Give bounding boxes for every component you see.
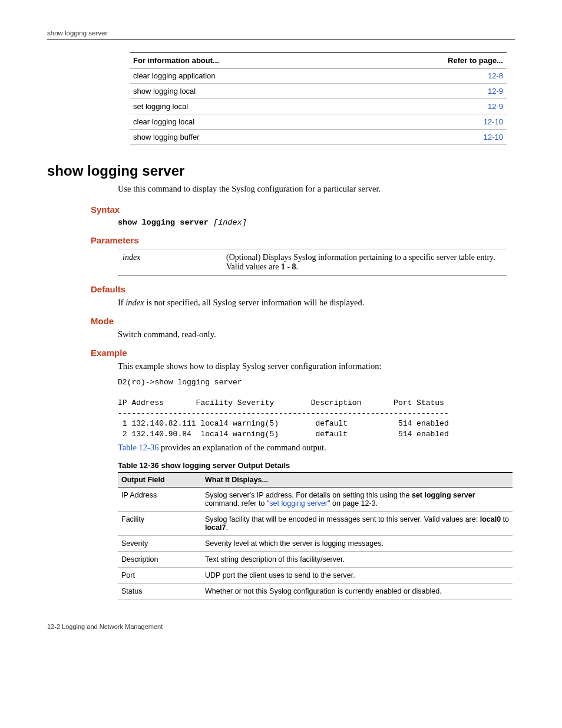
out-bold: local7 xyxy=(205,523,226,532)
out-text: to xyxy=(501,515,509,523)
syntax-block: show logging server [index] xyxy=(118,218,515,227)
output-row: Facility Syslog facility that will be en… xyxy=(118,512,513,536)
info-row: show logging local 12-9 xyxy=(130,84,507,99)
output-field: IP Address xyxy=(118,487,201,512)
page-link[interactable]: 12-9 xyxy=(488,102,503,111)
output-desc: Syslog facility that will be encoded in … xyxy=(201,512,513,536)
page-footer: 12-2 Logging and Network Management xyxy=(47,623,515,630)
output-header-field: Output Field xyxy=(118,473,201,487)
info-table: For information about... Refer to page..… xyxy=(130,52,507,145)
output-desc: Whether or not this Syslog configuration… xyxy=(201,584,513,599)
out-bold: local0 xyxy=(480,515,501,523)
info-row: show logging buffer 12-10 xyxy=(130,130,507,145)
page-link[interactable]: 12-10 xyxy=(484,117,503,126)
table-ref-link[interactable]: Table 12-36 xyxy=(118,443,158,452)
inline-link[interactable]: set logging server xyxy=(269,499,328,508)
param-desc-text: . xyxy=(296,262,299,271)
info-header-about: For information about... xyxy=(130,53,355,68)
out-text: Syslog facility that will be encoded in … xyxy=(205,515,480,523)
output-row: Port UDP port the client uses to send to… xyxy=(118,568,513,584)
section-title: show logging server xyxy=(47,163,515,179)
param-desc-bold: 1 xyxy=(281,262,285,271)
syntax-argument: [index] xyxy=(213,218,247,227)
example-lead: This example shows how to display Syslog… xyxy=(118,361,515,371)
output-field: Status xyxy=(118,584,201,599)
output-header-desc: What It Displays... xyxy=(201,473,513,487)
param-desc-text: (Optional) Displays Syslog information p… xyxy=(226,253,495,271)
parameter-row: index (Optional) Displays Syslog informa… xyxy=(118,249,507,276)
defaults-post: is not specified, all Syslog server info… xyxy=(144,298,365,307)
out-text: command, refer to " xyxy=(205,499,269,508)
output-field: Description xyxy=(118,552,201,568)
intro-text: Use this command to display the Syslog c… xyxy=(118,184,515,194)
syntax-command: show logging server xyxy=(118,218,209,227)
output-row: Status Whether or not this Syslog config… xyxy=(118,584,513,599)
page-link[interactable]: 12-10 xyxy=(484,133,503,141)
output-table-caption: Table 12-36 show logging server Output D… xyxy=(118,461,515,470)
parameter-desc: (Optional) Displays Syslog information p… xyxy=(222,249,507,276)
defaults-heading: Defaults xyxy=(91,284,515,294)
output-field: Port xyxy=(118,568,201,584)
output-row: IP Address Syslog server's IP address. F… xyxy=(118,487,513,512)
output-desc: Syslog server's IP address. For details … xyxy=(201,487,513,512)
example-code: D2(ro)->show logging server IP Address F… xyxy=(118,377,515,439)
output-field: Severity xyxy=(118,536,201,552)
mode-heading: Mode xyxy=(91,316,515,326)
info-cell-about: set logging local xyxy=(130,99,355,114)
info-cell-about: clear logging local xyxy=(130,114,355,130)
info-row: clear logging local 12-10 xyxy=(130,114,507,130)
running-head: show logging server xyxy=(47,29,515,39)
defaults-text: If index is not specified, all Syslog se… xyxy=(118,298,515,308)
caption-text: show logging server Output Details xyxy=(159,461,290,470)
output-row: Description Text string description of t… xyxy=(118,552,513,568)
defaults-italic: index xyxy=(125,298,144,307)
info-header-page: Refer to page... xyxy=(355,53,507,68)
out-text: " on page 12-3. xyxy=(328,499,378,508)
out-text: Syslog server's IP address. For details … xyxy=(205,491,412,499)
output-desc: Text string description of this facility… xyxy=(201,552,513,568)
out-text: . xyxy=(226,523,227,532)
example-heading: Example xyxy=(91,348,515,358)
output-field: Facility xyxy=(118,512,201,536)
info-row: set logging local 12-9 xyxy=(130,99,507,114)
page: show logging server For information abou… xyxy=(0,0,562,648)
defaults-pre: If xyxy=(118,298,125,307)
output-desc: UDP port the client uses to send to the … xyxy=(201,568,513,584)
output-row: Severity Severity level at which the ser… xyxy=(118,536,513,552)
param-desc-text: - xyxy=(285,262,292,271)
syntax-heading: Syntax xyxy=(91,205,515,215)
table-ref-text: provides an explanation of the command o… xyxy=(158,443,326,452)
parameters-table: index (Optional) Displays Syslog informa… xyxy=(118,249,507,276)
out-bold: set logging server xyxy=(412,491,475,499)
example-tableref: Table 12-36 provides an explanation of t… xyxy=(118,443,515,453)
output-desc: Severity level at which the server is lo… xyxy=(201,536,513,552)
info-row: clear logging application 12-8 xyxy=(130,68,507,84)
info-cell-about: clear logging application xyxy=(130,68,355,84)
page-link[interactable]: 12-8 xyxy=(488,71,503,80)
page-link[interactable]: 12-9 xyxy=(488,87,503,95)
output-table: Output Field What It Displays... IP Addr… xyxy=(118,472,513,599)
parameters-heading: Parameters xyxy=(91,235,515,245)
mode-text: Switch command, read-only. xyxy=(118,330,515,340)
caption-number: Table 12-36 xyxy=(118,461,159,470)
info-cell-about: show logging local xyxy=(130,84,355,99)
parameter-name: index xyxy=(118,249,222,276)
param-desc-bold: 8 xyxy=(292,262,296,271)
info-cell-about: show logging buffer xyxy=(130,130,355,145)
